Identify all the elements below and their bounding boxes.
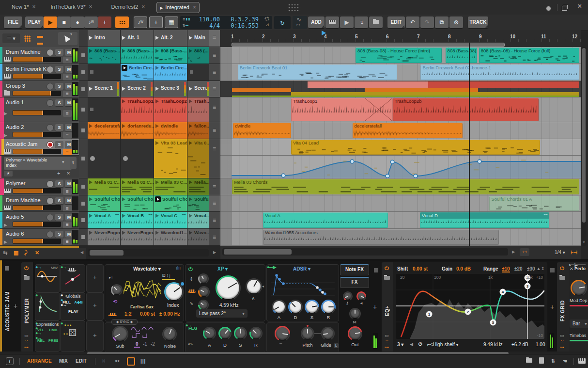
audition-button[interactable]: ♪ʷ <box>84 16 98 28</box>
sub-octave-0[interactable]: 0 <box>134 341 140 348</box>
scene-launch-cell[interactable]: Main <box>187 30 209 47</box>
track-options-button[interactable]: ≡ <box>63 188 72 195</box>
arranger-clip[interactable]: Wavoloid1955 Acccolours <box>263 229 498 245</box>
scene-row-options[interactable]: ≡ <box>209 64 220 81</box>
device-modroute-icon[interactable]: ⊶ <box>385 345 389 350</box>
knob[interactable] <box>216 275 241 301</box>
inspector-panel-icon[interactable] <box>539 357 544 364</box>
arranger-clip[interactable]: 808 (Bass-08) - House Force (intro) <box>356 48 442 63</box>
clip-cell[interactable]: 808 (Bass-... <box>121 47 154 64</box>
note-fx-button[interactable]: Note FX <box>340 264 369 275</box>
automation-point[interactable] <box>478 160 481 163</box>
clip-cell[interactable]: Vocal C⌁⌁ <box>154 212 187 229</box>
arm-button[interactable] <box>46 197 54 205</box>
grid-size-value[interactable]: 1/4 ▾ <box>555 250 565 255</box>
clip-stop-cell[interactable] <box>79 229 88 246</box>
osc-detune-value[interactable]: 0.00 st <box>140 311 155 317</box>
clip-stop-cell[interactable] <box>79 64 88 81</box>
track-height-menu-button[interactable]: ≣ ▾ <box>2 33 20 43</box>
play-button[interactable]: ▶ <box>44 16 57 28</box>
stop-button[interactable]: ■ <box>57 16 71 28</box>
clip-cell[interactable]: NeverEngin... <box>88 229 121 246</box>
expression-label[interactable]: TIMB <box>48 328 57 332</box>
clip-stop-cell[interactable] <box>79 178 88 195</box>
arranger-vscroll-thumb[interactable] <box>582 48 586 223</box>
solo-button[interactable]: S <box>55 49 63 56</box>
arm-button[interactable] <box>46 83 54 90</box>
clip-cell[interactable]: NeverEngin... <box>121 229 154 246</box>
clip-cell[interactable]: Vita 0... <box>187 139 209 178</box>
arranger-clip[interactable]: deceleratefall <box>353 123 463 138</box>
restore-window-icon[interactable] <box>562 5 567 12</box>
modulator-tile[interactable]: ●→ <box>35 292 60 320</box>
arm-button[interactable] <box>46 141 54 148</box>
document-tab[interactable]: DemoTest2× <box>108 2 148 12</box>
tab-close-icon[interactable]: × <box>193 4 196 11</box>
add-device-button[interactable]: + <box>373 303 377 311</box>
track-header[interactable]: Group 3SM≡ <box>0 81 79 97</box>
modulator-tile[interactable]: + <box>86 292 104 320</box>
arranger-hscroll-thumb[interactable] <box>224 249 292 255</box>
automation-point[interactable] <box>350 160 354 163</box>
arranger-vscrollbar[interactable] <box>581 47 587 246</box>
volume-fader[interactable] <box>13 74 61 79</box>
automation-add-button[interactable]: + <box>57 170 60 176</box>
info-icon[interactable]: i <box>6 357 14 365</box>
clip-stop-cell[interactable] <box>79 81 88 97</box>
scene-view-icon[interactable] <box>37 36 43 46</box>
tab-edit[interactable]: EDIT <box>76 358 87 364</box>
tab-close-icon[interactable]: × <box>32 3 35 10</box>
knob[interactable] <box>246 278 262 295</box>
knob[interactable] <box>249 327 263 340</box>
stop-all-clips-icon[interactable]: ✕ <box>35 250 39 256</box>
arranger-clip[interactable]: dwindle <box>233 123 291 138</box>
tab-mix[interactable]: MIX <box>59 358 68 364</box>
knob[interactable] <box>111 284 123 296</box>
solo-button[interactable]: S <box>55 124 63 131</box>
modulator-tile[interactable]: + <box>86 320 104 352</box>
arranger-clip[interactable]: Mella 03 Chords <box>232 179 579 194</box>
automation-point[interactable] <box>281 174 285 177</box>
knob[interactable] <box>198 286 210 298</box>
playhead-line[interactable] <box>469 43 470 246</box>
scene-launch-cell[interactable]: Intro <box>88 30 121 47</box>
fill-label[interactable]: FILL <box>62 300 71 304</box>
arranger-clip[interactable]: Berlin Firework Beat 02-bounce-1 <box>420 64 579 80</box>
file-menu-button[interactable]: FILE <box>4 16 22 28</box>
eq-range-option[interactable]: ±20 <box>514 266 523 272</box>
automation-favorite-button[interactable]: ★ <box>4 171 13 176</box>
arranger-clip[interactable]: Vita 04 Lead <box>291 140 540 155</box>
osc-freq-value[interactable]: ± 0.00 Hz <box>159 311 180 317</box>
solo-button[interactable]: S <box>55 83 63 90</box>
volume-fader[interactable] <box>13 149 61 154</box>
play-menu-button[interactable]: PLAY <box>25 16 44 28</box>
knob[interactable] <box>305 300 319 314</box>
empty-clip-slot[interactable] <box>88 97 121 122</box>
glide-badge[interactable]: L <box>334 343 339 348</box>
onscreen-keyboard-icon[interactable] <box>578 358 586 365</box>
clip-cell[interactable]: 808 (Bass-... <box>88 47 121 64</box>
document-tab[interactable]: New 1*× <box>9 2 38 12</box>
scene-row-options[interactable]: ≡ <box>209 178 220 195</box>
device-mapping-icon[interactable]: ⁙ <box>25 339 29 344</box>
clip-cell[interactable]: TrashLoop2b <box>154 97 187 122</box>
filter-keytrack-icon[interactable]: ⇕ <box>189 276 193 282</box>
clip-cell[interactable]: Berlin Fire... <box>154 64 187 81</box>
loop-block-icon[interactable]: ▫▮▮ <box>183 16 190 21</box>
clip-cell[interactable]: Soulful Cho... <box>88 195 121 212</box>
add-audio-icon[interactable]: ▶ <box>340 16 354 28</box>
device-preset-folder-icon[interactable] <box>384 275 390 281</box>
track-options-button[interactable]: ≡ <box>63 239 72 245</box>
scene-row-options[interactable]: ≡ <box>209 97 220 122</box>
eq-range-option[interactable]: ±30 <box>527 266 535 272</box>
filter-cutoff-value[interactable]: 4.59 kHz <box>219 303 238 308</box>
add-device-start-button[interactable]: + <box>14 302 17 310</box>
arranger-clip[interactable]: Soulful Chords 01 A <box>489 196 579 211</box>
clip-cell[interactable]: fallon... <box>187 122 209 139</box>
automation-point[interactable] <box>386 174 389 178</box>
track-options-button[interactable]: ≡ <box>63 149 72 156</box>
pointer-tool-button[interactable]: ▾ <box>58 32 77 45</box>
modulator-tile[interactable]: ◂▸●→ <box>60 264 85 292</box>
clip-cell[interactable]: Wavo... <box>187 229 209 246</box>
eq-range-option[interactable]: ±10 <box>502 266 510 272</box>
